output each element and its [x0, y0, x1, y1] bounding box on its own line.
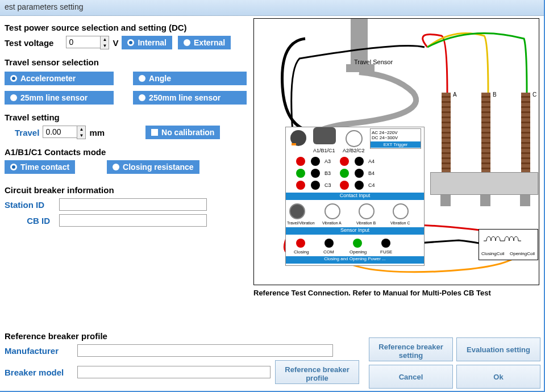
radio-dot-icon: [139, 75, 145, 82]
external-radio[interactable]: External: [178, 36, 231, 49]
travel-label: Travel: [15, 128, 39, 137]
radio-dot-icon: [113, 164, 119, 170]
radio-dot-icon: [10, 164, 17, 170]
station-id-label: Station ID: [5, 200, 56, 210]
internal-radio[interactable]: Internal: [122, 36, 172, 49]
radio-dot-icon: [184, 39, 190, 46]
evaluation-setting-button[interactable]: Evaluation setting: [456, 337, 540, 361]
line25-radio[interactable]: 25mm line sensor: [5, 91, 114, 105]
cancel-button[interactable]: Cancel: [369, 365, 453, 389]
voltage-unit: V: [113, 38, 118, 48]
cb-id-label: CB ID: [5, 216, 56, 226]
window-titlebar: est parameters setting: [0, 0, 544, 16]
checkbox-icon: [151, 129, 158, 136]
station-id-input[interactable]: [59, 198, 207, 211]
voltage-label: Test voltage: [5, 38, 53, 48]
window-title: est parameters setting: [5, 2, 84, 11]
right-panel: Travel Sensor: [253, 18, 539, 297]
section-travel-title: Travel setting: [5, 112, 249, 122]
radio-dot-icon: [10, 94, 17, 101]
time-contact-radio[interactable]: Time contact: [5, 160, 75, 174]
section-contacts-title: A1/B1/C1 Contacts mode: [5, 147, 249, 157]
no-calibration-checkbox[interactable]: No calibration: [145, 126, 220, 139]
voltage-spinner[interactable]: ▲ ▼: [100, 36, 109, 49]
angle-radio[interactable]: Angle: [133, 72, 247, 85]
cb-id-input[interactable]: [59, 214, 207, 227]
travel-input[interactable]: [43, 126, 77, 138]
line250-radio[interactable]: 250mm line sensor: [133, 91, 247, 105]
connection-diagram: Travel Sensor: [253, 18, 539, 285]
travel-unit: mm: [89, 128, 105, 137]
manufacturer-input[interactable]: [77, 344, 333, 357]
closing-resistance-radio[interactable]: Closing resistance: [107, 160, 199, 174]
diagram-caption: Reference Test Connection. Refer to Manu…: [253, 289, 539, 297]
breaker-model-label: Breaker model: [5, 368, 73, 377]
travel-up-button[interactable]: ▲: [77, 126, 85, 132]
travel-spinner[interactable]: ▲ ▼: [77, 126, 86, 139]
section-power-title: Test power source selection and setting …: [5, 23, 249, 32]
ok-button[interactable]: Ok: [456, 365, 540, 389]
section-cbinfo-title: Circuit breaker information: [5, 185, 249, 195]
breaker-model-input[interactable]: [77, 366, 271, 378]
voltage-down-button[interactable]: ▼: [101, 43, 109, 49]
radio-dot-icon: [10, 75, 17, 82]
radio-dot-icon: [127, 39, 134, 46]
accelerometer-radio[interactable]: Accelerometer: [5, 72, 114, 85]
manufacturer-label: Manufacturer: [5, 346, 73, 356]
voltage-up-button[interactable]: ▲: [101, 36, 109, 43]
travel-down-button[interactable]: ▼: [77, 132, 85, 139]
voltage-input[interactable]: [66, 36, 100, 48]
reference-breaker-profile-button[interactable]: Reference breaker profile: [275, 360, 359, 384]
radio-dot-icon: [139, 94, 145, 101]
reference-breaker-setting-button[interactable]: Reference breaker setting: [369, 337, 453, 361]
left-panel: Test power source selection and setting …: [5, 18, 249, 297]
section-sensor-title: Travel sensor selection: [5, 57, 249, 67]
